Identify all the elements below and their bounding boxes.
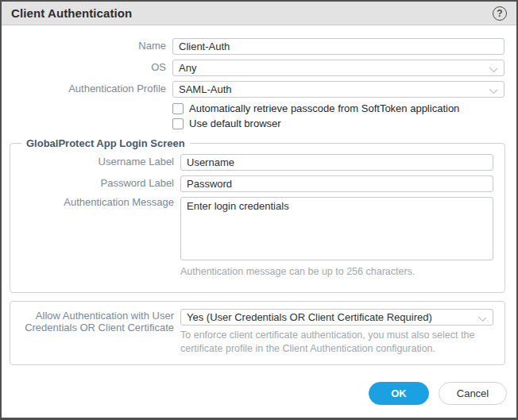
auth-profile-select-value: SAML-Auth	[179, 83, 231, 95]
default-browser-checkbox[interactable]	[172, 118, 184, 129]
auth-message-field-row: Authentication Message Enter login crede…	[17, 197, 493, 260]
password-label-field-label: Password Label	[17, 178, 174, 190]
username-label-input[interactable]: Username	[180, 154, 493, 171]
auth-message-textarea[interactable]: Enter login credentials	[180, 197, 493, 260]
os-select[interactable]: Any	[172, 60, 504, 76]
username-label-field-label: Username Label	[17, 156, 174, 168]
dialog-footer: OK Cancel	[369, 382, 507, 405]
password-label-input[interactable]: Password	[180, 175, 493, 192]
cert-auth-field-row: Allow Authentication with User Credentia…	[17, 309, 493, 355]
cert-auth-field-label: Allow Authentication with User Credentia…	[17, 309, 174, 334]
softtoken-checkbox-row: Automatically retrieve passcode from Sof…	[172, 102, 504, 114]
chevron-down-icon	[490, 65, 497, 71]
cert-auth-hint: To enforce client certificate authentica…	[180, 329, 493, 355]
auth-message-hint: Authentication message can be up to 256 …	[180, 265, 493, 278]
cancel-button[interactable]: Cancel	[439, 382, 507, 405]
softtoken-checkbox[interactable]	[172, 103, 184, 114]
password-label-input-value: Password	[187, 178, 232, 190]
os-field-label: OS	[11, 62, 166, 74]
dialog-title: Client Authentication	[11, 6, 132, 20]
chevron-down-icon	[490, 87, 497, 93]
auth-message-hint-row: Authentication message can be up to 256 …	[17, 265, 493, 278]
chevron-down-icon	[479, 314, 485, 321]
default-browser-checkbox-row: Use default browser	[172, 118, 504, 129]
auth-profile-select[interactable]: SAML-Auth	[172, 81, 504, 98]
os-field-row: OS Any	[11, 60, 504, 76]
cert-auth-select[interactable]: Yes (User Credentials OR Client Certific…	[180, 309, 493, 326]
softtoken-checkbox-label[interactable]: Automatically retrieve passcode from Sof…	[189, 102, 459, 114]
cert-auth-section: Allow Authentication with User Credentia…	[10, 301, 505, 365]
dialog-body: Name Client-Auth OS Any Authentication P…	[2, 25, 516, 365]
name-field-row: Name Client-Auth	[11, 38, 504, 55]
help-icon[interactable]: ?	[493, 6, 507, 21]
auth-message-field-label: Authentication Message	[17, 197, 174, 209]
auth-message-textarea-value: Enter login credentials	[187, 200, 289, 212]
login-screen-section-legend: GlobalProtect App Login Screen	[21, 137, 190, 149]
ok-button[interactable]: OK	[369, 382, 429, 405]
auth-profile-field-row: Authentication Profile SAML-Auth	[11, 81, 504, 98]
client-authentication-dialog: Client Authentication ? Name Client-Auth…	[0, 0, 518, 420]
cert-auth-field-controls: Yes (User Credentials OR Client Certific…	[180, 309, 493, 355]
login-screen-section: GlobalProtect App Login Screen Username …	[10, 137, 505, 293]
name-input[interactable]: Client-Auth	[172, 38, 504, 55]
password-label-field-row: Password Label Password	[17, 175, 493, 192]
name-field-label: Name	[11, 40, 166, 52]
username-label-field-row: Username Label Username	[17, 154, 493, 171]
username-label-input-value: Username	[187, 156, 234, 168]
default-browser-checkbox-label[interactable]: Use default browser	[189, 118, 281, 129]
os-select-value: Any	[179, 62, 196, 74]
dialog-titlebar: Client Authentication ?	[2, 2, 516, 25]
cert-auth-select-value: Yes (User Credentials OR Client Certific…	[187, 311, 432, 323]
auth-profile-field-label: Authentication Profile	[11, 83, 166, 95]
name-input-value: Client-Auth	[179, 40, 230, 52]
